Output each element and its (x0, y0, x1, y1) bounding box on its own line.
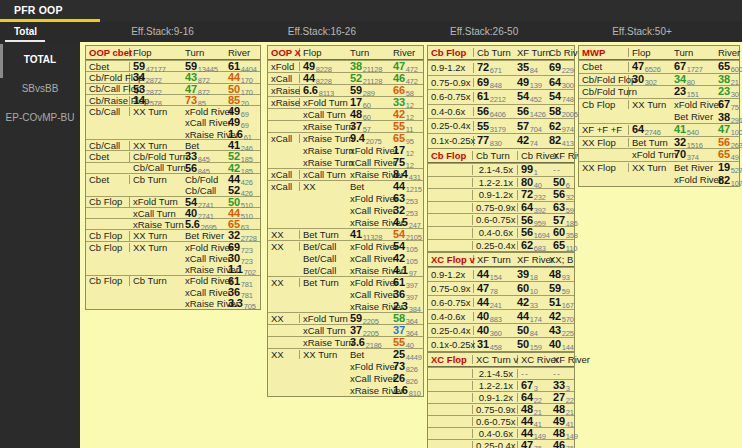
stat-value[interactable]: 582005 (546, 106, 578, 117)
stat-value[interactable]: 77830 (474, 135, 514, 146)
stat-value[interactable]: 1.6810 (390, 385, 423, 396)
stat-value[interactable]: 82413 (546, 135, 574, 146)
stat-value[interactable]: 31458 (474, 339, 514, 350)
stat-value[interactable]: 54105 (390, 241, 423, 252)
stat-value[interactable]: 4111328 (347, 229, 390, 240)
stat-value[interactable]: 65600 (715, 61, 742, 72)
stat-value[interactable]: 44149 (518, 428, 550, 439)
stat-value[interactable]: 2330 (715, 86, 739, 97)
stat-value[interactable]: 46472 (390, 73, 423, 84)
stat-value[interactable]: 19527 (715, 162, 742, 173)
stat-value[interactable]: 4941 (550, 416, 574, 427)
stat-value[interactable]: 4821 (550, 404, 574, 415)
stat-value[interactable]: 40360 (474, 325, 514, 336)
stat-value[interactable]: 57186 (550, 215, 578, 226)
stat-value[interactable]: 54748 (546, 91, 574, 102)
stat-value[interactable]: 47472 (390, 61, 423, 72)
stat-value[interactable]: 561426 (514, 106, 546, 117)
stat-value[interactable]: 82107 (715, 175, 742, 186)
stat-value[interactable]: 476526 (629, 61, 671, 72)
stat-value[interactable]: 73826 (390, 361, 423, 372)
stat-value[interactable]: 612212 (474, 91, 514, 102)
stat-value[interactable]: 441215 (390, 181, 423, 192)
stat-value[interactable]: 2.3384 (390, 301, 423, 312)
stat-value[interactable]: 5511 (390, 121, 423, 132)
sidebar-scrollbar[interactable] (0, 44, 3, 78)
stat-value[interactable]: 61397 (390, 277, 423, 288)
stat-value[interactable]: 43225 (546, 325, 574, 336)
stat-value[interactable]: 36397 (390, 289, 423, 300)
stat-value[interactable]: 333 (550, 380, 574, 391)
stat-value[interactable]: 44154 (474, 269, 514, 280)
stat-value[interactable]: 5959 (546, 283, 574, 294)
stat-value[interactable]: 673 (518, 380, 550, 391)
stat-value[interactable]: 3757 (347, 121, 390, 132)
stat-value[interactable]: 40883 (474, 311, 514, 322)
stat-value[interactable]: 4.5247 (390, 217, 423, 228)
stat-value[interactable]: 8.4431 (390, 169, 423, 180)
stat-value[interactable]: 56263 (715, 137, 742, 148)
stat-value[interactable]: 5221128 (347, 73, 390, 84)
stat-value[interactable]: 4441 (518, 416, 550, 427)
stat-value[interactable]: 69848 (474, 77, 514, 88)
stat-value[interactable]: 38291 (715, 112, 742, 123)
stat-value[interactable]: 4776 (518, 440, 550, 448)
stat-value[interactable]: 321516 (671, 137, 715, 148)
stat-value[interactable]: 64392 (518, 202, 550, 213)
stat-value[interactable]: 8040 (518, 177, 550, 188)
stat-value[interactable]: 3584 (514, 62, 546, 73)
stat-value[interactable]: 48149 (550, 428, 578, 439)
stat-value[interactable]: 40144 (546, 339, 574, 350)
stat-value[interactable]: 42570 (546, 311, 574, 322)
stat-value[interactable]: 63253 (390, 193, 423, 204)
stat-value[interactable]: 7385 (182, 95, 225, 106)
stat-value[interactable]: 592205 (347, 313, 390, 324)
stat-value[interactable]: 448228 (300, 73, 347, 84)
stat-value[interactable]: 44174 (514, 311, 546, 322)
stat-value[interactable]: 23151 (671, 86, 715, 97)
stat-value[interactable]: 50159 (514, 339, 546, 350)
stat-value[interactable]: 41540 (671, 124, 715, 135)
stat-value[interactable]: 26826 (390, 373, 423, 384)
stat-value[interactable]: 3821 (715, 74, 739, 85)
stat-value[interactable]: 3.62186 (347, 337, 390, 348)
stat-value[interactable]: 991 (518, 164, 550, 175)
stat-value[interactable]: 3821128 (347, 61, 390, 72)
tab-eff-stack-9-16[interactable]: Eff.Stack:9-16 (117, 22, 204, 42)
stat-value[interactable]: 6595 (390, 133, 423, 144)
stat-value[interactable]: 4778 (474, 283, 514, 294)
stat-value[interactable]: 506 (550, 177, 574, 188)
stat-value[interactable]: 4212 (390, 109, 423, 120)
stat-value[interactable]: 72232 (518, 189, 550, 200)
tab-total[interactable]: Total (0, 22, 47, 42)
stat-value[interactable]: 54452 (514, 91, 546, 102)
stat-value[interactable]: 1760 (347, 97, 390, 108)
sidebar-item-total[interactable]: TOTAL (0, 45, 80, 74)
stat-value[interactable]: 57704 (514, 121, 546, 132)
stat-value[interactable]: 65110 (550, 240, 577, 251)
stat-value[interactable]: 6359 (550, 202, 574, 213)
stat-value[interactable]: 561694 (518, 227, 550, 238)
tab-eff-stack-50[interactable]: Eff.Stack:50+ (598, 22, 682, 42)
stat-value[interactable]: 62683 (518, 240, 550, 251)
sidebar-item-sbvsbb[interactable]: SBvsBB (0, 74, 80, 103)
stat-value[interactable]: 142578 (130, 95, 182, 106)
stat-value[interactable]: 51167 (546, 297, 574, 308)
stat-value[interactable]: 64300 (546, 77, 574, 88)
stat-value[interactable]: 4893 (546, 269, 574, 280)
stat-value[interactable]: 4.197 (390, 265, 423, 276)
stat-value[interactable]: 32253 (390, 205, 423, 216)
stat-value[interactable]: 4676 (550, 440, 574, 448)
stat-value[interactable]: 6.68113 (300, 85, 347, 96)
stat-value[interactable]: 5540 (390, 337, 423, 348)
stat-value[interactable]: 47100 (715, 124, 742, 135)
stat-value[interactable]: 9.42075 (347, 133, 390, 144)
stat-value[interactable]: 4860 (347, 109, 390, 120)
tab-eff-stack-16-26[interactable]: Eff.Stack:16-26 (274, 22, 366, 42)
stat-value[interactable]: 7512 (390, 157, 423, 168)
stat-value[interactable]: 72671 (474, 62, 514, 73)
stat-value[interactable]: 4821 (518, 404, 550, 415)
tab-eff-stack-26-50[interactable]: Eff.Stack:26-50 (436, 22, 528, 42)
stat-value[interactable]: 3312 (390, 97, 423, 108)
stat-value[interactable]: 553179 (474, 121, 514, 132)
